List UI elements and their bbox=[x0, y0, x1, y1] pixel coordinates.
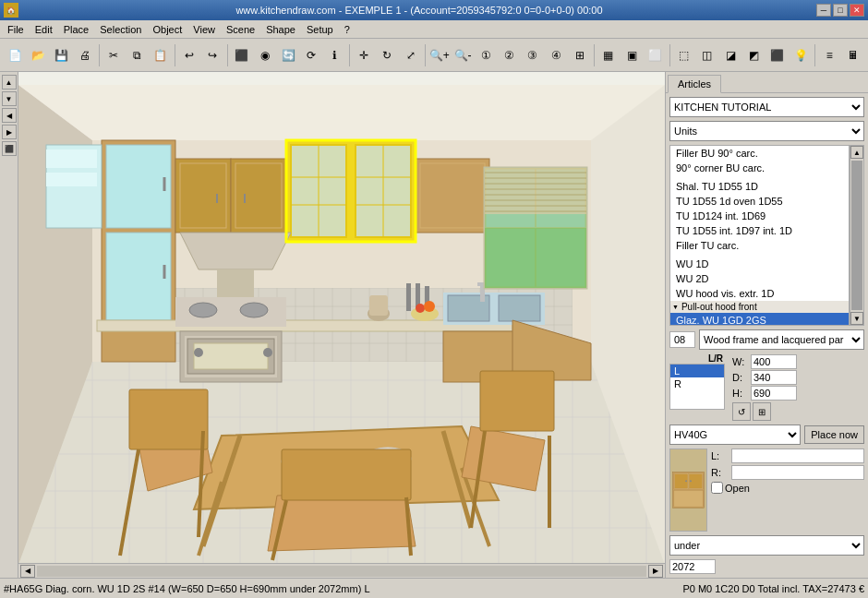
list-item[interactable]: Shal. TU 1D55 1D bbox=[670, 179, 849, 194]
dim-w-input[interactable] bbox=[751, 354, 797, 369]
model-code-input[interactable] bbox=[669, 331, 695, 348]
menu-item-view[interactable]: View bbox=[187, 22, 221, 37]
menu-item-?[interactable]: ? bbox=[339, 22, 356, 37]
hscroll-left[interactable]: ◀ bbox=[20, 565, 35, 578]
svg-point-44 bbox=[194, 348, 203, 357]
variant-dropdown[interactable]: HV40G bbox=[669, 425, 801, 445]
menu-item-place[interactable]: Place bbox=[58, 22, 95, 37]
dim-d-input[interactable] bbox=[751, 370, 797, 385]
tb-zoom-in[interactable]: 🔍+ bbox=[428, 43, 451, 67]
list-item[interactable]: TU 1D55 int. 1D97 int. 1D bbox=[670, 223, 849, 238]
menu-item-edit[interactable]: Edit bbox=[30, 22, 58, 37]
menu-item-selection[interactable]: Selection bbox=[94, 22, 147, 37]
list-item[interactable]: WU 2D bbox=[670, 271, 849, 286]
field-l-input[interactable] bbox=[731, 448, 864, 463]
menu-item-shape[interactable]: Shape bbox=[260, 22, 301, 37]
list-item[interactable]: TU 1D55 1d oven 1D55 bbox=[670, 194, 849, 209]
svg-rect-99 bbox=[674, 490, 703, 507]
tb-view1[interactable]: ▦ bbox=[597, 43, 620, 67]
list-item[interactable]: Glaz. WU 1GD 2GS bbox=[670, 313, 849, 326]
list-item[interactable]: Filler TU carc. bbox=[670, 238, 849, 253]
field-l-label: L: bbox=[711, 450, 729, 461]
svg-rect-11 bbox=[106, 233, 171, 320]
under-value-input[interactable] bbox=[669, 559, 716, 574]
tb-zoom-3[interactable]: ③ bbox=[522, 43, 544, 67]
tb-zoom-1[interactable]: ① bbox=[475, 43, 497, 67]
field-r-input[interactable] bbox=[731, 465, 864, 480]
tb-b1[interactable]: ⬛ bbox=[230, 43, 252, 67]
ls-btn-4[interactable]: ▶ bbox=[2, 125, 17, 139]
minimize-button[interactable]: ─ bbox=[816, 4, 831, 17]
list-item[interactable]: 90° corner BU carc. bbox=[670, 161, 849, 175]
svg-point-39 bbox=[240, 303, 268, 317]
tb-open[interactable]: 📂 bbox=[27, 43, 49, 67]
tb-zoom-out[interactable]: 🔍- bbox=[452, 43, 474, 67]
left-sidebar: ▲ ▼ ◀ ▶ ⬛ bbox=[0, 72, 18, 578]
list-item[interactable]: TU 1D124 int. 1D69 bbox=[670, 209, 849, 223]
model-desc-dropdown[interactable]: Wood frame and lacquered par bbox=[699, 329, 864, 350]
tb-c5[interactable]: ⬛ bbox=[766, 43, 789, 67]
scroll-thumb[interactable] bbox=[851, 161, 862, 310]
tb-move[interactable]: ✛ bbox=[353, 43, 375, 67]
lr-item-R[interactable]: R bbox=[670, 377, 724, 390]
tb-print[interactable]: 🖨 bbox=[74, 43, 96, 67]
tb-rotate[interactable]: ↻ bbox=[376, 43, 398, 67]
ls-btn-3[interactable]: ◀ bbox=[2, 108, 17, 123]
tb-c2[interactable]: ◫ bbox=[696, 43, 718, 67]
tb-copy[interactable]: ⧉ bbox=[126, 43, 148, 67]
tb-zoom-fit[interactable]: ⊞ bbox=[568, 43, 590, 67]
tb-paste[interactable]: 📋 bbox=[150, 43, 172, 67]
hscroll-right[interactable]: ▶ bbox=[648, 565, 663, 578]
units-dropdown[interactable]: Units bbox=[669, 121, 864, 141]
tb-zoom-2[interactable]: ② bbox=[499, 43, 521, 67]
scroll-up-btn[interactable]: ▲ bbox=[850, 146, 863, 159]
menu-item-setup[interactable]: Setup bbox=[301, 22, 339, 37]
tb-b3[interactable]: 🔄 bbox=[277, 43, 299, 67]
tab-articles[interactable]: Articles bbox=[668, 75, 721, 93]
list-section-header[interactable]: Pull-out hood front bbox=[670, 301, 849, 313]
scroll-down-btn[interactable]: ▼ bbox=[850, 312, 863, 325]
tb-c1[interactable]: ⬚ bbox=[672, 43, 694, 67]
tb-list[interactable]: ≡ bbox=[818, 43, 840, 67]
hscroll-track[interactable] bbox=[37, 566, 646, 577]
tb-b2[interactable]: ◉ bbox=[254, 43, 276, 67]
tb-b5[interactable]: ⤢ bbox=[399, 43, 421, 67]
list-item[interactable]: Filler BU 90° carc. bbox=[670, 146, 849, 161]
menu-item-scene[interactable]: Scene bbox=[221, 22, 260, 37]
tb-cut[interactable]: ✂ bbox=[102, 43, 125, 67]
tb-c4[interactable]: ◩ bbox=[742, 43, 765, 67]
close-button[interactable]: ✕ bbox=[850, 4, 864, 17]
tb-undo[interactable]: ↩ bbox=[178, 43, 200, 67]
tb-view2[interactable]: ▣ bbox=[621, 43, 643, 67]
ls-btn-2[interactable]: ▼ bbox=[2, 91, 17, 106]
sep2 bbox=[175, 44, 175, 66]
sep3 bbox=[227, 44, 228, 66]
tb-info[interactable]: ℹ bbox=[324, 43, 346, 67]
tb-c6[interactable]: 💡 bbox=[790, 43, 812, 67]
kitchen-tutorial-dropdown[interactable]: KITCHEN TUTORIAL bbox=[669, 97, 864, 117]
dim-icon-2[interactable]: ⊞ bbox=[753, 402, 771, 421]
open-checkbox[interactable] bbox=[711, 482, 723, 494]
tb-zoom-4[interactable]: ④ bbox=[545, 43, 567, 67]
panel-content: KITCHEN TUTORIAL Units Filler BU 90° car… bbox=[666, 93, 868, 578]
tb-redo[interactable]: ↪ bbox=[201, 43, 223, 67]
place-now-button[interactable]: Place now bbox=[804, 425, 864, 444]
dim-h-input[interactable] bbox=[751, 386, 797, 401]
tb-c3[interactable]: ◪ bbox=[719, 43, 741, 67]
dim-icon-1[interactable]: ↺ bbox=[732, 402, 751, 421]
tb-new[interactable]: 📄 bbox=[4, 43, 26, 67]
lr-item-L[interactable]: L bbox=[670, 365, 724, 377]
tb-view3[interactable]: ⬜ bbox=[644, 43, 666, 67]
list-item[interactable]: WU hood vis. extr. 1D bbox=[670, 286, 849, 301]
tb-b4[interactable]: ⟳ bbox=[300, 43, 322, 67]
tb-calc[interactable]: 🖩 bbox=[841, 43, 863, 67]
list-item[interactable]: WU 1D bbox=[670, 257, 849, 271]
tb-save[interactable]: 💾 bbox=[51, 43, 73, 67]
maximize-button[interactable]: □ bbox=[833, 4, 848, 17]
panel-tabs: Articles bbox=[666, 72, 868, 93]
ls-btn-5[interactable]: ⬛ bbox=[2, 141, 17, 156]
menu-item-object[interactable]: Object bbox=[148, 22, 188, 37]
menu-item-file[interactable]: File bbox=[2, 22, 30, 37]
under-dropdown[interactable]: under bbox=[669, 535, 864, 556]
ls-btn-1[interactable]: ▲ bbox=[2, 75, 17, 90]
